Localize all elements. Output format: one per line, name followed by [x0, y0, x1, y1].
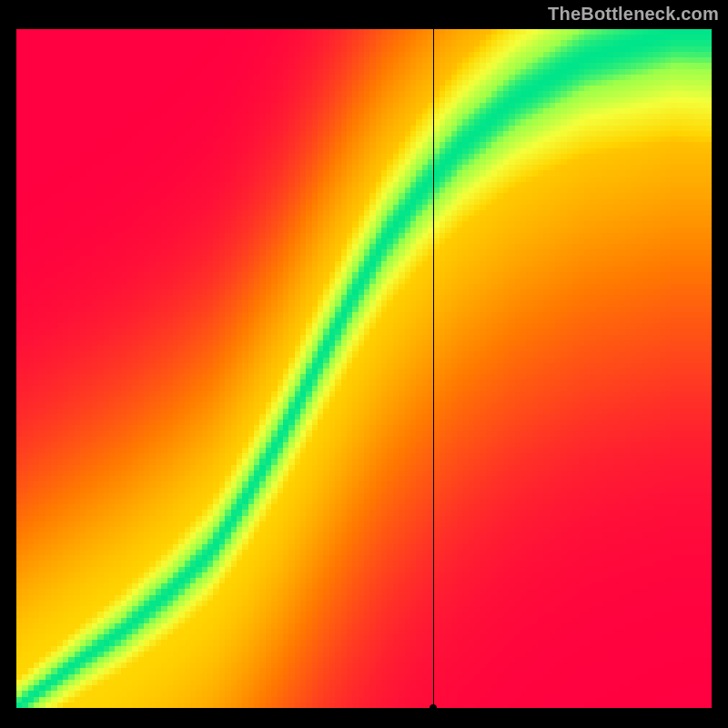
- marker-dot-icon: [430, 704, 437, 712]
- marker-vertical-line: [433, 29, 434, 708]
- heatmap-canvas: [16, 29, 712, 708]
- plot-area: [16, 29, 712, 708]
- chart-container: TheBottleneck.com: [0, 0, 728, 728]
- attribution-watermark: TheBottleneck.com: [548, 4, 719, 25]
